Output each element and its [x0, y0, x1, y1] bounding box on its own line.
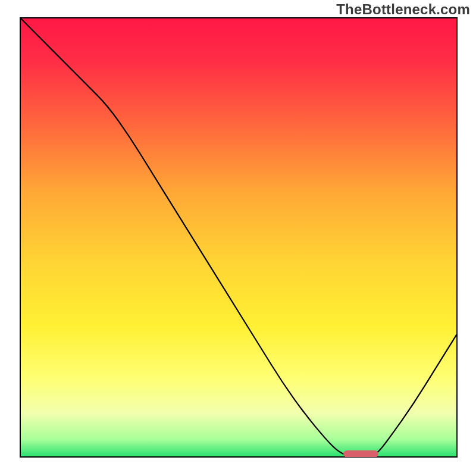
- optimal-range-marker: [343, 450, 378, 458]
- chart-stage: TheBottleneck.com: [0, 0, 476, 476]
- watermark-label: TheBottleneck.com: [336, 1, 470, 18]
- plot-area: [20, 18, 457, 458]
- chart-canvas: [0, 0, 476, 476]
